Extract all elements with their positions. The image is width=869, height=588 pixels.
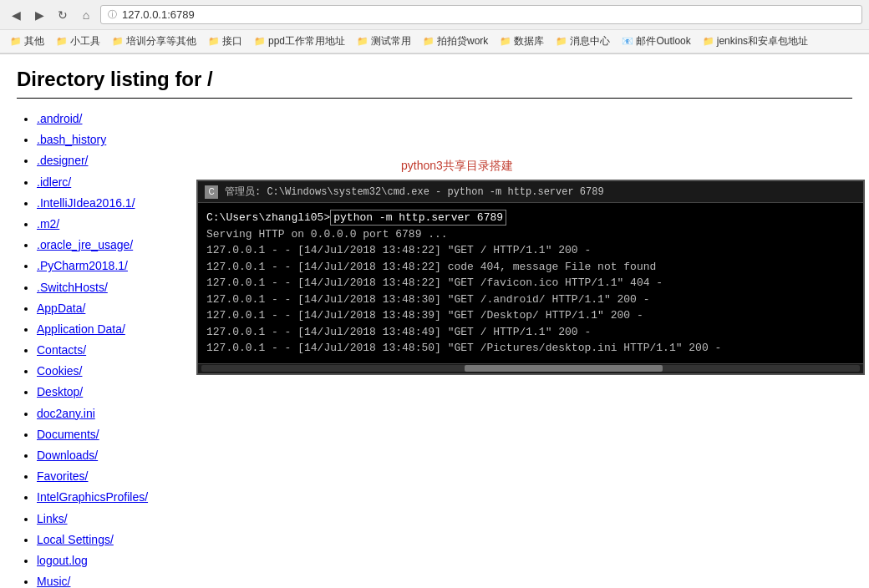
bookmarks-bar: 📁其他📁小工具📁培训分享等其他📁接口📁ppd工作常用地址📁测试常用📁拍拍贷wor… bbox=[0, 30, 869, 53]
bookmark-label: 接口 bbox=[222, 34, 242, 48]
terminal-log-line: 127.0.0.1 - - [14/Jul/2018 13:48:30] "GE… bbox=[206, 291, 855, 308]
terminal-command-line: C:\Users\zhangli05>python -m http.server… bbox=[206, 210, 855, 226]
list-item: doc2any.ini bbox=[37, 403, 852, 424]
terminal-scrollbar-track bbox=[201, 365, 860, 372]
terminal-icon: C bbox=[205, 185, 218, 199]
annotation-label: python3共享目录搭建 bbox=[401, 159, 513, 174]
file-link[interactable]: .IntelliJIdea2016.1/ bbox=[37, 196, 135, 210]
bookmark-item[interactable]: 📁ppd工作常用地址 bbox=[249, 33, 350, 50]
terminal-prompt: C:\Users\zhangli05> bbox=[206, 211, 330, 224]
file-link[interactable]: Favorites/ bbox=[37, 469, 88, 483]
bookmark-label: 数据库 bbox=[514, 34, 544, 48]
file-link[interactable]: .idlerc/ bbox=[37, 175, 71, 189]
file-link[interactable]: Contacts/ bbox=[37, 343, 86, 357]
file-link[interactable]: AppData/ bbox=[37, 302, 85, 315]
file-link[interactable]: doc2any.ini bbox=[37, 407, 95, 420]
terminal-log-line: 127.0.0.1 - - [14/Jul/2018 13:48:49] "GE… bbox=[206, 324, 855, 341]
terminal-body: C:\Users\zhangli05>python -m http.server… bbox=[198, 203, 863, 363]
list-item: Local Settings/ bbox=[37, 530, 852, 550]
bookmark-item[interactable]: 📁消息中心 bbox=[551, 33, 615, 50]
browser-chrome: ◀ ▶ ↻ ⌂ ⓘ 127.0.0.1:6789 📁其他📁小工具📁培训分享等其他… bbox=[0, 0, 869, 54]
terminal-log-line: 127.0.0.1 - - [14/Jul/2018 13:48:22] "GE… bbox=[206, 275, 855, 291]
bookmark-icon: 📁 bbox=[423, 36, 434, 47]
list-item: Links/ bbox=[37, 509, 852, 530]
file-link[interactable]: logout.log bbox=[37, 554, 88, 567]
bookmark-label: jenkins和安卓包地址 bbox=[717, 34, 808, 48]
terminal-log-line: 127.0.0.1 - - [14/Jul/2018 13:48:22] "GE… bbox=[206, 242, 855, 259]
terminal-log-line: 127.0.0.1 - - [14/Jul/2018 13:48:22] cod… bbox=[206, 259, 855, 276]
bookmark-icon: 📁 bbox=[10, 36, 22, 47]
address-bar[interactable]: ⓘ 127.0.0.1:6789 bbox=[100, 5, 862, 24]
reload-button[interactable]: ↻ bbox=[53, 6, 72, 24]
list-item: logout.log bbox=[37, 550, 852, 571]
terminal-log-line: 127.0.0.1 - - [14/Jul/2018 13:48:39] "GE… bbox=[206, 307, 855, 324]
bookmark-item[interactable]: 📁培训分享等其他 bbox=[107, 33, 201, 50]
terminal-log-line: 127.0.0.1 - - [14/Jul/2018 13:48:50] "GE… bbox=[206, 340, 855, 357]
bookmark-label: ppd工作常用地址 bbox=[268, 34, 345, 48]
file-link[interactable]: .oracle_jre_usage/ bbox=[37, 238, 133, 251]
bookmark-icon: 📧 bbox=[622, 36, 633, 47]
list-item: Favorites/ bbox=[37, 466, 852, 487]
bookmark-label: 消息中心 bbox=[570, 34, 610, 48]
nav-bar: ◀ ▶ ↻ ⌂ ⓘ 127.0.0.1:6789 bbox=[0, 0, 869, 30]
file-link[interactable]: .designer/ bbox=[37, 154, 88, 167]
file-link[interactable]: Links/ bbox=[37, 512, 68, 525]
file-link[interactable]: Local Settings/ bbox=[37, 533, 114, 546]
page-title: Directory listing for / bbox=[17, 68, 852, 99]
bookmark-label: 小工具 bbox=[70, 34, 100, 48]
bookmark-label: 测试常用 bbox=[371, 34, 411, 48]
terminal-title-text: 管理员: C:\Windows\system32\cmd.exe - pytho… bbox=[225, 185, 604, 199]
page-content: Directory listing for / .android/.bash_h… bbox=[0, 54, 869, 588]
bookmark-icon: 📁 bbox=[208, 36, 220, 47]
bookmark-item[interactable]: 📁小工具 bbox=[51, 33, 105, 50]
file-link[interactable]: Music/ bbox=[37, 575, 70, 588]
bookmark-icon: 📁 bbox=[500, 36, 511, 47]
bookmark-item[interactable]: 📁数据库 bbox=[495, 33, 549, 50]
bookmark-item[interactable]: 📁其他 bbox=[5, 33, 49, 50]
file-link[interactable]: Documents/ bbox=[37, 428, 99, 441]
list-item: Music/ bbox=[37, 571, 852, 588]
bookmark-item[interactable]: 📁拍拍贷work bbox=[418, 33, 493, 50]
file-link[interactable]: .bash_history bbox=[37, 133, 106, 146]
home-button[interactable]: ⌂ bbox=[77, 6, 95, 24]
terminal-title-bar: C 管理员: C:\Windows\system32\cmd.exe - pyt… bbox=[198, 181, 863, 203]
list-item: IntelGraphicsProfiles/ bbox=[37, 487, 852, 508]
list-item: .bash_history bbox=[37, 129, 852, 150]
bookmark-item[interactable]: 📁测试常用 bbox=[352, 33, 416, 50]
bookmark-item[interactable]: 📁jenkins和安卓包地址 bbox=[698, 33, 813, 50]
bookmark-icon: 📁 bbox=[556, 36, 567, 47]
bookmark-icon: 📁 bbox=[254, 36, 266, 47]
file-link[interactable]: Downloads/ bbox=[37, 449, 98, 462]
terminal-scrollbar-thumb bbox=[465, 365, 662, 372]
bookmark-label: 拍拍贷work bbox=[437, 34, 488, 48]
terminal-log-line: Serving HTTP on 0.0.0.0 port 6789 ... bbox=[206, 226, 855, 243]
file-link[interactable]: .m2/ bbox=[37, 217, 59, 231]
file-link[interactable]: .PyCharm2018.1/ bbox=[37, 259, 128, 272]
list-item: .android/ bbox=[37, 109, 852, 129]
bookmark-icon: 📁 bbox=[56, 36, 68, 47]
file-link[interactable]: Application Data/ bbox=[37, 322, 125, 336]
file-link[interactable]: .android/ bbox=[37, 112, 82, 125]
file-link[interactable]: IntelGraphicsProfiles/ bbox=[37, 490, 148, 504]
terminal-window: C 管理员: C:\Windows\system32\cmd.exe - pyt… bbox=[196, 180, 865, 375]
file-link[interactable]: Cookies/ bbox=[37, 364, 82, 378]
bookmark-label: 培训分享等其他 bbox=[126, 34, 196, 48]
file-link[interactable]: .SwitchHosts/ bbox=[37, 281, 108, 294]
url-text: 127.0.0.1:6789 bbox=[122, 8, 195, 21]
file-link[interactable]: Desktop/ bbox=[37, 385, 83, 398]
bookmark-item[interactable]: 📧邮件Outlook bbox=[617, 33, 695, 50]
back-button[interactable]: ◀ bbox=[7, 6, 25, 24]
bookmark-icon: 📁 bbox=[357, 36, 368, 47]
bookmark-icon: 📁 bbox=[112, 36, 124, 47]
bookmark-label: 邮件Outlook bbox=[636, 34, 690, 48]
bookmark-icon: 📁 bbox=[703, 36, 714, 47]
lock-icon: ⓘ bbox=[108, 8, 117, 21]
bookmark-label: 其他 bbox=[24, 34, 44, 48]
bookmark-item[interactable]: 📁接口 bbox=[203, 33, 247, 50]
list-item: Desktop/ bbox=[37, 382, 852, 403]
list-item: Documents/ bbox=[37, 424, 852, 445]
forward-button[interactable]: ▶ bbox=[30, 6, 48, 24]
list-item: Downloads/ bbox=[37, 445, 852, 466]
terminal-command: python -m http.server 6789 bbox=[330, 210, 506, 226]
terminal-scrollbar[interactable] bbox=[198, 363, 863, 373]
